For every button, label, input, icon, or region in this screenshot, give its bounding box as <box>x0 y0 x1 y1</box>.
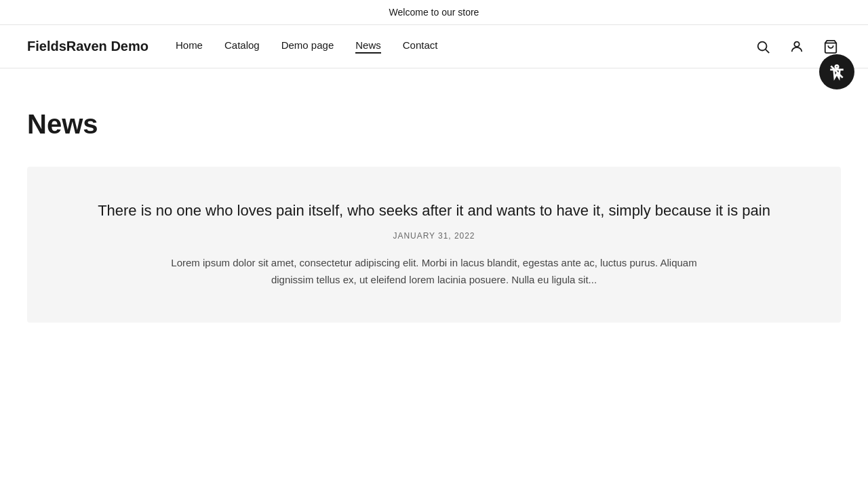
account-button[interactable] <box>787 37 807 57</box>
announcement-text: Welcome to our store <box>389 7 479 18</box>
svg-point-2 <box>794 41 799 46</box>
nav-home[interactable]: Home <box>176 39 203 54</box>
header-icons <box>753 37 841 57</box>
article-card[interactable]: There is no one who loves pain itself, w… <box>27 167 841 323</box>
site-logo[interactable]: FieldsRaven Demo <box>27 39 149 54</box>
site-header: FieldsRaven Demo Home Catalog Demo page … <box>0 25 868 68</box>
article-date: JANUARY 31, 2022 <box>54 231 814 241</box>
cart-icon <box>823 39 838 54</box>
nav-news[interactable]: News <box>355 39 381 54</box>
cart-button[interactable] <box>821 37 841 57</box>
accessibility-icon <box>828 63 846 81</box>
nav-demo-page[interactable]: Demo page <box>281 39 334 54</box>
account-icon <box>789 39 804 54</box>
svg-line-1 <box>766 49 769 53</box>
nav-contact[interactable]: Contact <box>403 39 438 54</box>
search-icon <box>755 39 770 54</box>
article-title: There is no one who loves pain itself, w… <box>54 201 814 222</box>
nav-catalog[interactable]: Catalog <box>224 39 260 54</box>
accessibility-button[interactable] <box>819 54 854 89</box>
main-nav: Home Catalog Demo page News Contact <box>176 39 753 54</box>
announcement-bar: Welcome to our store <box>0 0 868 25</box>
search-button[interactable] <box>753 37 773 57</box>
article-excerpt: Lorem ipsum dolor sit amet, consectetur … <box>163 254 705 289</box>
page-title: News <box>27 109 841 140</box>
svg-point-0 <box>758 41 767 50</box>
svg-point-4 <box>835 65 838 68</box>
main-content: News There is no one who loves pain itse… <box>0 68 868 350</box>
